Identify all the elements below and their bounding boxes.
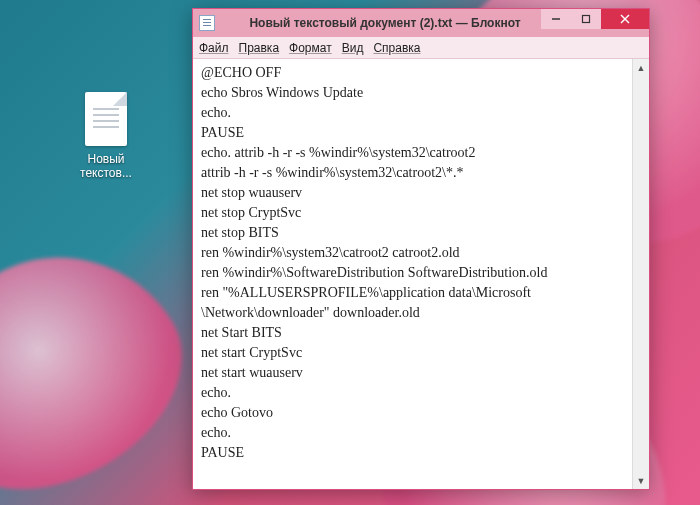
menu-file[interactable]: Файл bbox=[199, 41, 229, 55]
menu-edit[interactable]: Правка bbox=[239, 41, 280, 55]
desktop-file-label: Новый текстов... bbox=[68, 152, 144, 181]
maximize-icon bbox=[581, 14, 591, 24]
chevron-down-icon: ▼ bbox=[637, 476, 646, 486]
svg-rect-1 bbox=[583, 16, 590, 23]
desktop-file-icon[interactable]: Новый текстов... bbox=[68, 92, 144, 181]
maximize-button[interactable] bbox=[571, 9, 601, 29]
notepad-window: Новый текстовый документ (2).txt — Блокн… bbox=[192, 8, 650, 490]
scroll-up-button[interactable]: ▲ bbox=[633, 59, 649, 76]
close-button[interactable] bbox=[601, 9, 649, 29]
minimize-icon bbox=[551, 14, 561, 24]
menu-view[interactable]: Вид bbox=[342, 41, 364, 55]
menu-format[interactable]: Формат bbox=[289, 41, 332, 55]
text-document-icon bbox=[85, 92, 127, 146]
minimize-button[interactable] bbox=[541, 9, 571, 29]
menubar: Файл Правка Формат Вид Справка bbox=[193, 37, 649, 59]
scroll-down-button[interactable]: ▼ bbox=[633, 472, 649, 489]
close-icon bbox=[620, 14, 630, 24]
titlebar[interactable]: Новый текстовый документ (2).txt — Блокн… bbox=[193, 9, 649, 37]
chevron-up-icon: ▲ bbox=[637, 63, 646, 73]
text-editor[interactable]: @ECHO OFF echo Sbros Windows Update echo… bbox=[193, 59, 632, 489]
menu-help[interactable]: Справка bbox=[373, 41, 420, 55]
vertical-scrollbar[interactable]: ▲ ▼ bbox=[632, 59, 649, 489]
notepad-app-icon bbox=[199, 15, 215, 31]
